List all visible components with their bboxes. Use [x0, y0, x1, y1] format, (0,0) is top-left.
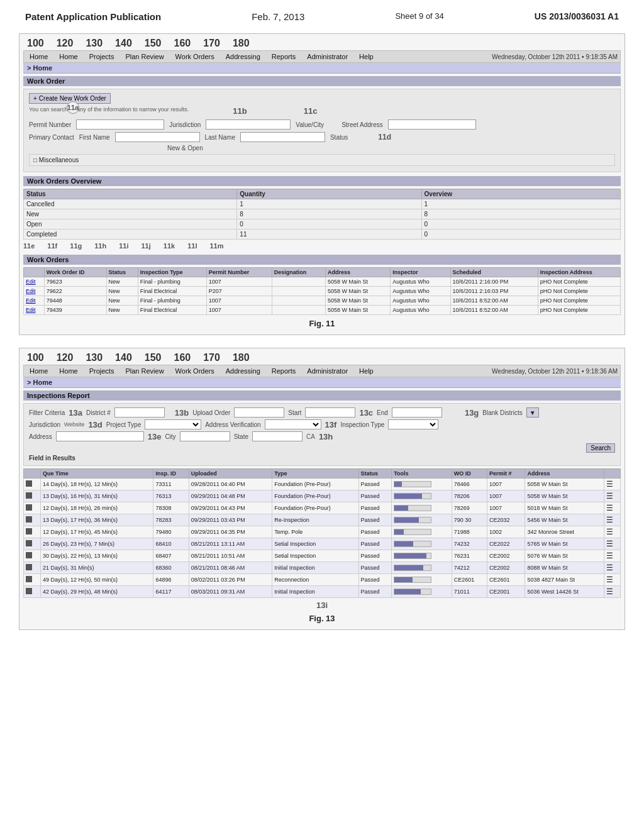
wo-edit-2[interactable]: Edit: [24, 296, 45, 306]
filter-row-2: Jurisdiction Website 13d Project Type Ad…: [29, 419, 615, 429]
wo-permit-1: P207: [206, 287, 272, 296]
blank-districts-icon-btn[interactable]: ▼: [526, 407, 539, 418]
insp-id-7: 68360: [153, 562, 189, 574]
menu13-work-orders[interactable]: Work Orders: [172, 367, 218, 375]
menu13-projects[interactable]: Projects: [86, 367, 118, 375]
wo-edit-1[interactable]: Edit: [24, 287, 45, 296]
insp-permit-1: 1007: [487, 490, 525, 502]
insp-que-0: 14 Day(s), 18 Hr(s), 12 Min(s): [41, 479, 153, 490]
insp-address-7: 8088 W Main St: [525, 562, 604, 574]
overview-status-new: New: [24, 209, 237, 219]
wo-insp-addr-0: pHO Not Complete: [538, 277, 620, 287]
website-label: Website: [64, 421, 84, 428]
last-name-input[interactable]: [240, 132, 325, 142]
insp-row-3: 13 Day(s), 17 Hr(s), 36 Min(s) 78283 09/…: [24, 514, 621, 526]
insp-action-9[interactable]: ☰: [604, 586, 621, 598]
start-input[interactable]: [305, 407, 355, 418]
district-input[interactable]: [114, 407, 165, 418]
menu13-plan-review[interactable]: Plan Review: [122, 367, 167, 375]
first-name-input[interactable]: [115, 132, 200, 142]
insp-action-0[interactable]: ☰: [604, 479, 621, 490]
end-input[interactable]: [392, 407, 442, 418]
search-button[interactable]: Search: [586, 443, 615, 453]
wo-row-3: Edit 79439 New Final Electrical 1007 505…: [24, 306, 621, 315]
insp-action-2[interactable]: ☰: [604, 502, 621, 514]
annot-11l: 11l: [187, 242, 197, 250]
menu13-help[interactable]: Help: [356, 367, 377, 375]
status-value-row: New & Open: [29, 145, 615, 152]
wo-scheduled-0: 10/6/2011 2:16:00 PM: [450, 277, 538, 287]
wo-edit-0[interactable]: Edit: [24, 277, 45, 287]
insp-row-8: 49 Day(s), 12 Hr(s), 50 min(s) 64896 08/…: [24, 574, 621, 586]
overview-row-completed: Completed 11 0: [24, 230, 621, 240]
permit-number-input[interactable]: [76, 119, 164, 130]
insp-wo-id-3: 790 30: [452, 514, 487, 526]
city-input[interactable]: [180, 431, 230, 441]
insp-status-4: Passed: [358, 526, 392, 538]
wo-inspector-3: Augustus Who: [391, 306, 450, 315]
insp-que-4: 12 Day(s), 17 Hr(s), 45 Min(s): [41, 526, 153, 538]
city-label: City: [165, 433, 175, 440]
menu-work-orders[interactable]: Work Orders: [172, 52, 218, 61]
insp-action-7[interactable]: ☰: [604, 562, 621, 574]
insp-que-5: 26 Day(s), 23 Hr(s), 7 Min(s): [41, 538, 153, 550]
jurisdiction-input[interactable]: [206, 119, 291, 130]
insp-uploaded-6: 08/21/2011 10:51 AM: [189, 550, 272, 562]
blank-districts-label: Blank Districts: [482, 409, 522, 416]
menu13-addressing[interactable]: Addressing: [223, 367, 264, 375]
last-name-label: Last Name: [205, 134, 235, 141]
menu13-reports[interactable]: Reports: [269, 367, 299, 375]
addr-verif-select[interactable]: [265, 419, 321, 429]
insp-action-3[interactable]: ☰: [604, 514, 621, 526]
action-icon-5: ☰: [606, 540, 613, 548]
figure-13-section: 100 120 130 140 150 160 170 180 Home Hom…: [19, 348, 625, 630]
upload-order-input[interactable]: [234, 407, 284, 418]
menu-home2[interactable]: Home: [56, 52, 80, 61]
menu-addressing[interactable]: Addressing: [223, 52, 264, 61]
action-icon-0: ☰: [606, 480, 613, 489]
menu13-home2[interactable]: Home: [56, 367, 80, 375]
insp-tools-6: [392, 550, 452, 562]
menu-administrator[interactable]: Administrator: [304, 52, 351, 61]
field-in-results-label: Field in Results: [29, 455, 615, 462]
insp-action-4[interactable]: ☰: [604, 526, 621, 538]
insp-row-5: 26 Day(s), 23 Hr(s), 7 Min(s) 68410 08/2…: [24, 538, 621, 550]
insp-action-8[interactable]: ☰: [604, 574, 621, 586]
menu-home1[interactable]: Home: [26, 52, 51, 61]
insp-tools-9: [392, 586, 452, 598]
action-icon-7: ☰: [606, 563, 613, 572]
wo-edit-3[interactable]: Edit: [24, 306, 45, 315]
state-input[interactable]: [252, 431, 303, 441]
insp-action-5[interactable]: ☰: [604, 538, 621, 550]
insp-permit-7: CE2002: [487, 562, 525, 574]
insp-uploaded-0: 09/28/2011 04:40 PM: [189, 479, 272, 490]
publication-label: Patent Application Publication: [25, 11, 161, 22]
first-name-label: First Name: [79, 134, 110, 141]
menu-help[interactable]: Help: [356, 52, 377, 61]
plus-icon: +: [33, 95, 37, 102]
state-label: State: [234, 433, 248, 440]
insp-col-insp-id: Insp. ID: [153, 469, 189, 479]
menu13-administrator[interactable]: Administrator: [304, 367, 351, 375]
ruler-fig13: 100 120 130 140 150 160 170 180: [23, 352, 621, 363]
menu-projects[interactable]: Projects: [86, 52, 118, 61]
insp-id-8: 64896: [153, 574, 189, 586]
project-type-select[interactable]: [145, 419, 201, 429]
insp-row-4: 12 Day(s), 17 Hr(s), 45 Min(s) 79480 09/…: [24, 526, 621, 538]
menu-plan-review[interactable]: Plan Review: [122, 52, 167, 61]
menu-reports[interactable]: Reports: [269, 52, 299, 61]
insp-id-3: 78283: [153, 514, 189, 526]
wo-address-3: 5058 W Main St: [325, 306, 390, 315]
subnav-home-fig13: Home: [33, 379, 52, 386]
insp-action-6[interactable]: ☰: [604, 550, 621, 562]
insp-type-select[interactable]: [388, 419, 438, 429]
menu13-home1[interactable]: Home: [26, 367, 51, 375]
address-input-13[interactable]: [56, 431, 144, 441]
create-row: + Create New Work Order: [29, 93, 615, 104]
insp-type-2: Foundation (Pre-Pour): [272, 502, 358, 514]
wo-address-1: 5058 W Main St: [325, 287, 390, 296]
action-icon-6: ☰: [606, 551, 613, 560]
insp-action-1[interactable]: ☰: [604, 490, 621, 502]
street-address-input[interactable]: [388, 119, 476, 130]
insp-bullet-5: [24, 538, 41, 550]
